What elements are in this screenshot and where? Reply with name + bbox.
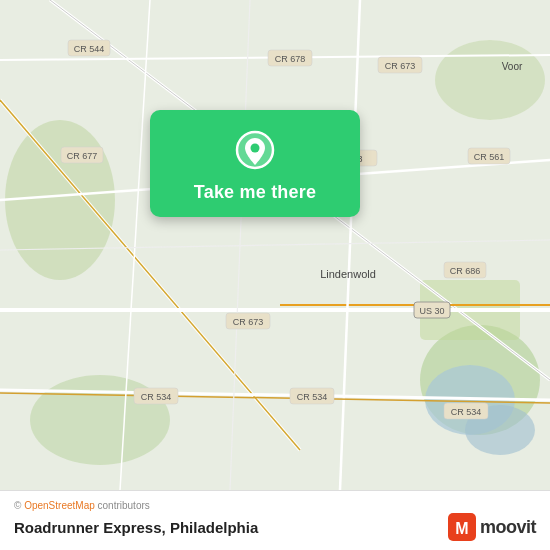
openstreetmap-link[interactable]: OpenStreetMap [24, 500, 95, 511]
svg-text:Voor: Voor [502, 61, 523, 72]
svg-text:CR 561: CR 561 [474, 152, 505, 162]
take-me-there-button-label: Take me there [194, 182, 316, 203]
svg-text:CR 677: CR 677 [67, 151, 98, 161]
svg-point-1 [5, 120, 115, 280]
svg-point-49 [251, 144, 260, 153]
svg-text:CR 673: CR 673 [233, 317, 264, 327]
svg-text:M: M [455, 520, 468, 537]
svg-text:Lindenwold: Lindenwold [320, 268, 376, 280]
svg-text:CR 534: CR 534 [451, 407, 482, 417]
attribution-prefix: © [14, 500, 24, 511]
svg-text:CR 534: CR 534 [297, 392, 328, 402]
map-background: CR 544 CR 677 CR 678 CR 673 673 CR 561 C… [0, 0, 550, 490]
svg-point-4 [435, 40, 545, 120]
svg-text:CR 678: CR 678 [275, 54, 306, 64]
svg-text:CR 544: CR 544 [74, 44, 105, 54]
place-info-row: Roadrunner Express, Philadelphia M moovi… [14, 513, 536, 541]
attribution-text: © OpenStreetMap contributors [14, 500, 150, 511]
bottom-bar: © OpenStreetMap contributors Roadrunner … [0, 490, 550, 550]
attribution-suffix: contributors [95, 500, 150, 511]
moovit-brand-text: moovit [480, 517, 536, 538]
location-pin-icon [233, 128, 277, 172]
moovit-logo: M moovit [448, 513, 536, 541]
svg-text:US 30: US 30 [419, 306, 444, 316]
svg-text:CR 534: CR 534 [141, 392, 172, 402]
svg-text:CR 686: CR 686 [450, 266, 481, 276]
take-me-there-card[interactable]: Take me there [150, 110, 360, 217]
map-container: CR 544 CR 677 CR 678 CR 673 673 CR 561 C… [0, 0, 550, 490]
svg-text:CR 673: CR 673 [385, 61, 416, 71]
place-name: Roadrunner Express, Philadelphia [14, 519, 258, 536]
moovit-brand-icon: M [448, 513, 476, 541]
attribution-row: © OpenStreetMap contributors [14, 500, 536, 511]
